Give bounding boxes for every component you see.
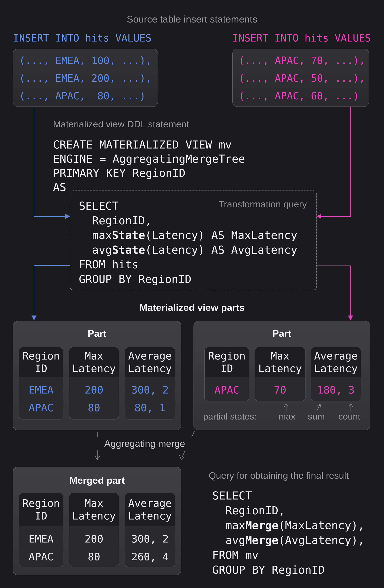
part-right-average-latency-values: 180, 3 (311, 377, 361, 399)
insert-right-line-1: (..., APAC, 70, ...), (239, 55, 365, 66)
merged-average-latency-values: 300, 2 260, 4 (125, 526, 175, 566)
merged-max-latency-values: 200 80 (69, 526, 119, 566)
part-right-title: Part (194, 328, 370, 339)
part-left-column-max-latency: Max Latency 200 80 (69, 347, 119, 420)
column-header-average-latency: Average Latency (311, 347, 361, 377)
part-right-max-latency-values: 70 (255, 377, 305, 399)
final-line-1: SELECT (212, 489, 252, 502)
part-left-column-average-latency: Average Latency 300, 2 80, 1 (125, 347, 175, 420)
partial-state-sum-label: sum (308, 411, 325, 422)
final-line-5: FROM mv (212, 549, 258, 562)
final-query-code: SELECT RegionID, maxMerge(MaxLatency), a… (212, 488, 364, 577)
ddl-line-1: CREATE MATERIALIZED VIEW mv (53, 138, 232, 151)
insert-left-line-3: (..., APAC, 80, ...) (19, 90, 146, 102)
source-table-title: Source table insert statements (0, 14, 384, 25)
transformation-query-code: SELECT RegionID, maxState(Latency) AS Ma… (79, 199, 297, 287)
partial-state-count-label: count (338, 411, 360, 422)
insert-statement-left-label: INSERT INTO hits VALUES (13, 32, 151, 44)
partial-states-label: partial states: (203, 411, 257, 422)
arrowhead-down-icon (179, 455, 184, 460)
transform-line-3: maxState(Latency) AS MaxLatency (79, 229, 297, 242)
column-header-max-latency: Max Latency (69, 493, 119, 526)
column-header-average-latency: Average Latency (125, 347, 175, 377)
part-right-region-values: APAC (205, 377, 249, 399)
column-header-region-id: Region ID (19, 493, 63, 526)
part-left-title: Part (13, 328, 181, 339)
part-left-average-latency-values: 300, 2 80, 1 (125, 377, 175, 417)
transform-line-4: avgState(Latency) AS AvgLatency (79, 244, 297, 256)
part-left-column-region: Region ID EMEA APAC (19, 347, 63, 420)
column-header-region-id: Region ID (19, 347, 63, 377)
diagram-canvas: Source table insert statements INSERT IN… (0, 0, 384, 588)
transform-line-6: GROUP BY RegionID (79, 273, 192, 286)
arrowhead-down-icon (95, 456, 100, 460)
final-line-6: GROUP BY RegionID (212, 564, 325, 576)
arrowhead-right-icon (65, 214, 70, 219)
arrow-right-insert-to-query (320, 107, 350, 216)
merged-part-box: Merged part Region ID EMEA APAC Max Late… (13, 467, 181, 575)
insert-right-line-3: (..., APAC, 60, ...) (239, 90, 359, 102)
part-box-right: Part Region ID APAC Max Latency 70 Avera… (193, 321, 370, 430)
arrowhead-left-icon (316, 214, 321, 219)
column-header-average-latency: Average Latency (125, 493, 175, 526)
part-left-region-values: EMEA APAC (19, 377, 63, 417)
ddl-statement-label: Materialized view DDL statement (53, 119, 189, 130)
insert-statement-right-label: INSERT INTO hits VALUES (232, 32, 371, 44)
merged-column-average-latency: Average Latency 300, 2 260, 4 (125, 493, 175, 567)
final-line-2: RegionID, (212, 504, 285, 517)
part-left-max-latency-values: 200 80 (69, 377, 119, 417)
insert-left-line-1: (..., EMEA, 100, ...), (19, 55, 152, 66)
column-header-max-latency: Max Latency (69, 347, 119, 377)
ddl-line-3: PRIMARY KEY RegionID (53, 167, 186, 180)
final-line-4: avgMerge(AvgLatency), (212, 534, 364, 547)
transform-line-1: SELECT (79, 200, 119, 212)
ddl-code-block: CREATE MATERIALIZED VIEW mv ENGINE = Agg… (53, 138, 245, 194)
transform-line-5: FROM hits (79, 258, 138, 271)
part-right-column-max-latency: Max Latency 70 (255, 347, 305, 401)
final-line-3: maxMerge(MaxLatency), (212, 519, 364, 532)
insert-values-left-line: (..., EMEA, 100, ...), (..., EMEA, 200, … (13, 49, 158, 105)
partial-state-max-label: max (278, 411, 295, 422)
part-right-column-region: Region ID APAC (204, 347, 249, 401)
transformation-query-box: Transformation query SELECT RegionID, ma… (70, 190, 317, 290)
materialized-view-parts-title: Materialized view parts (0, 302, 384, 313)
transform-line-2: RegionID, (79, 214, 152, 227)
column-header-region-id: Region ID (205, 347, 249, 377)
insert-values-box-right: (..., APAC, 70, ...), (..., APAC, 50, ..… (232, 49, 369, 107)
arrowhead-down-icon (31, 315, 37, 320)
aggregating-merge-label: Aggregating merge (61, 438, 228, 449)
merged-column-max-latency: Max Latency 200 80 (69, 493, 119, 567)
part-box-left: Part Region ID EMEA APAC Max Latency 200… (13, 321, 181, 430)
arrowhead-down-icon (348, 315, 353, 320)
insert-left-line-2: (..., EMEA, 200, ...), (19, 72, 152, 84)
insert-values-right-line: (..., APAC, 70, ...), (..., APAC, 50, ..… (233, 49, 369, 105)
merged-column-region: Region ID EMEA APAC (19, 493, 63, 567)
insert-values-box-left: (..., EMEA, 100, ...), (..., EMEA, 200, … (13, 49, 158, 107)
part-right-column-average-latency: Average Latency 180, 3 (311, 347, 361, 401)
merged-region-values: EMEA APAC (19, 526, 63, 566)
ddl-line-2: ENGINE = AggregatingMergeTree (53, 152, 245, 165)
ddl-line-4: AS (53, 181, 66, 194)
final-query-label: Query for obtaining the final result (209, 470, 349, 481)
insert-right-line-2: (..., APAC, 50, ...), (239, 72, 365, 84)
merged-part-title: Merged part (13, 475, 181, 486)
column-header-max-latency: Max Latency (255, 347, 305, 377)
